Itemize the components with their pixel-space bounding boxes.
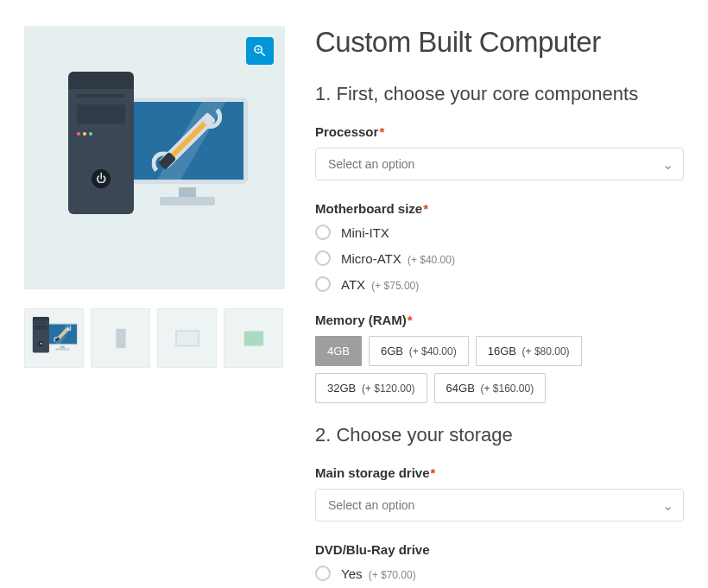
product-gallery bbox=[24, 26, 285, 588]
zoom-button[interactable] bbox=[246, 37, 274, 65]
radio-icon bbox=[315, 250, 331, 266]
memory-option-64gb[interactable]: 64GB (+ $160.00) bbox=[434, 373, 547, 403]
motherboard-label: Motherboard size* bbox=[315, 201, 684, 216]
section-2-heading: 2. Choose your storage bbox=[315, 424, 684, 446]
section-1-heading: 1. First, choose your core components bbox=[315, 83, 684, 105]
radio-icon bbox=[315, 224, 331, 240]
field-main-storage: Main storage drive* Select an option ⌄ bbox=[315, 465, 684, 522]
motherboard-option-micro-atx[interactable]: Micro-ATX (+ $40.00) bbox=[315, 250, 684, 266]
thumbnail-row bbox=[24, 308, 285, 368]
memory-option-6gb[interactable]: 6GB (+ $40.00) bbox=[369, 336, 469, 366]
memory-option-16gb[interactable]: 16GB (+ $80.00) bbox=[476, 336, 582, 366]
memory-option-4gb[interactable]: 4GB bbox=[315, 336, 362, 366]
motherboard-option-mini-itx[interactable]: Mini-ITX bbox=[315, 224, 684, 240]
memory-label: Memory (RAM)* bbox=[315, 313, 684, 327]
computer-illustration bbox=[42, 72, 267, 244]
magnify-plus-icon bbox=[252, 43, 268, 59]
field-motherboard: Motherboard size* Mini-ITX Micro-ATX (+ … bbox=[315, 201, 684, 292]
optical-option-yes[interactable]: Yes (+ $70.00) bbox=[315, 566, 684, 581]
product-title: Custom Built Computer bbox=[315, 26, 684, 59]
field-memory: Memory (RAM)* 4GB 6GB (+ $40.00) 16GB (+… bbox=[315, 313, 684, 403]
processor-label: Processor* bbox=[315, 124, 684, 139]
product-config: Custom Built Computer 1. First, choose y… bbox=[315, 26, 684, 588]
thumbnail-1[interactable] bbox=[24, 308, 84, 368]
thumbnail-4[interactable] bbox=[224, 308, 283, 368]
main-storage-label: Main storage drive* bbox=[315, 465, 684, 480]
field-optical-drive: DVD/Blu-Ray drive Yes (+ $70.00) No bbox=[315, 542, 684, 588]
optical-label: DVD/Blu-Ray drive bbox=[315, 542, 684, 557]
radio-icon bbox=[315, 566, 331, 581]
main-storage-select[interactable]: Select an option bbox=[315, 489, 684, 522]
thumbnail-3[interactable] bbox=[157, 308, 217, 368]
processor-select[interactable]: Select an option bbox=[315, 148, 684, 180]
motherboard-option-atx[interactable]: ATX (+ $75.00) bbox=[315, 276, 684, 292]
memory-option-32gb[interactable]: 32GB (+ $120.00) bbox=[315, 373, 427, 403]
field-processor: Processor* Select an option ⌄ bbox=[315, 124, 684, 180]
radio-icon bbox=[315, 276, 331, 292]
main-product-image[interactable] bbox=[24, 26, 285, 289]
thumbnail-2[interactable] bbox=[91, 308, 150, 368]
